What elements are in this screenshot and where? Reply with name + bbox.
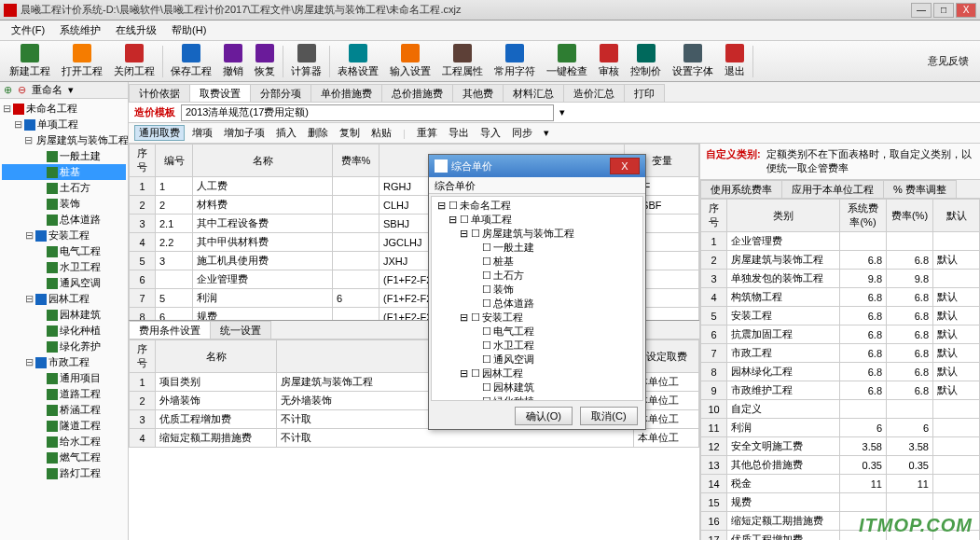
right-tab[interactable]: 使用系统费率: [700, 180, 782, 198]
action-导入[interactable]: 导入: [476, 126, 504, 140]
tree-node[interactable]: 隧道工程: [2, 418, 126, 434]
checkbox-icon[interactable]: ☐: [482, 339, 491, 352]
maximize-button[interactable]: □: [933, 3, 954, 18]
tree-node[interactable]: 路灯工程: [2, 465, 126, 481]
tree-node[interactable]: ⊟安装工程: [2, 228, 126, 243]
tab-其他费[interactable]: 其他费: [452, 84, 504, 102]
tree-node[interactable]: 通风空调: [2, 275, 126, 291]
cell[interactable]: 6.8: [840, 363, 887, 381]
table-row[interactable]: 10自定义: [701, 400, 980, 419]
tree-node[interactable]: ⊟园林工程: [2, 291, 126, 307]
col-header[interactable]: 名称: [156, 340, 277, 373]
cell[interactable]: 6.8: [840, 307, 887, 325]
dialog-tree-node[interactable]: ☐总体道路: [434, 297, 641, 311]
cell[interactable]: 企业管理费: [193, 270, 333, 289]
dialog-titlebar[interactable]: 综合单价 X: [429, 155, 645, 177]
col-header[interactable]: 名称: [193, 145, 333, 177]
cell[interactable]: [333, 308, 380, 322]
cell[interactable]: 6.8: [887, 344, 933, 363]
cell[interactable]: 6.8: [887, 288, 933, 307]
cell[interactable]: 2.2: [156, 233, 193, 252]
cell[interactable]: 默认: [933, 325, 980, 344]
menu-item[interactable]: 在线升级: [108, 21, 164, 39]
table-row[interactable]: 12安全文明施工费3.583.58: [701, 437, 980, 456]
cell[interactable]: 13: [701, 456, 727, 475]
cell[interactable]: 3.58: [840, 437, 887, 456]
dialog-tree-node[interactable]: ⊟☐未命名工程: [434, 199, 641, 213]
dialog-tree-node[interactable]: ⊟☐房屋建筑与装饰工程: [434, 227, 641, 241]
cell[interactable]: 2: [701, 251, 727, 270]
tree-node[interactable]: 园林建筑: [2, 307, 126, 323]
checkbox-icon[interactable]: ☐: [471, 312, 480, 324]
action-同步[interactable]: 同步: [508, 126, 536, 140]
tab-材料汇总[interactable]: 材料汇总: [503, 84, 564, 102]
tree-node[interactable]: 绿化养护: [2, 339, 126, 354]
cell[interactable]: [933, 475, 980, 493]
col-header[interactable]: 默认: [933, 200, 980, 232]
checkbox-icon[interactable]: ☐: [482, 325, 491, 338]
table-row[interactable]: 7市政工程6.86.8默认: [701, 344, 980, 363]
table-row[interactable]: 5安装工程6.86.8默认: [701, 307, 980, 325]
cell[interactable]: 外墙装饰: [156, 392, 277, 410]
dropdown-icon[interactable]: ▾: [559, 106, 565, 118]
cell[interactable]: 0.35: [887, 456, 933, 475]
cell[interactable]: 6.8: [887, 251, 933, 270]
tool-输入设置[interactable]: 输入设置: [384, 44, 436, 78]
cell[interactable]: 单独发包的装饰工程: [727, 270, 840, 288]
cell[interactable]: 默认: [933, 307, 980, 325]
cell[interactable]: [933, 437, 980, 456]
cell[interactable]: 抗震加固工程: [727, 325, 840, 344]
cell[interactable]: 2.1: [156, 215, 193, 233]
cell[interactable]: 缩短定额工期措施费: [156, 429, 277, 448]
cell[interactable]: 8: [130, 308, 156, 322]
drop-icon[interactable]: ▾: [68, 84, 74, 96]
cell[interactable]: 3: [130, 215, 156, 233]
cell[interactable]: 不计取: [277, 429, 634, 448]
subtab-统一设置[interactable]: 统一设置: [210, 321, 271, 339]
cell[interactable]: [933, 232, 980, 251]
cell[interactable]: 9.8: [840, 270, 887, 288]
cell[interactable]: 11: [840, 475, 887, 493]
col-header[interactable]: 费率(%): [887, 200, 933, 232]
cell[interactable]: [840, 400, 887, 419]
cell[interactable]: 6.8: [887, 363, 933, 381]
cell[interactable]: 其他总价措施费: [727, 456, 840, 475]
cell[interactable]: 1: [701, 232, 727, 251]
tree-node[interactable]: 土石方: [2, 180, 126, 196]
cell[interactable]: 5: [701, 307, 727, 325]
cell[interactable]: 市政维护工程: [727, 381, 840, 400]
cell[interactable]: [887, 232, 933, 251]
tool-表格设置[interactable]: 表格设置: [332, 44, 384, 78]
cell[interactable]: 6: [333, 289, 380, 308]
tree-toggle-icon[interactable]: ⊟: [24, 356, 34, 368]
cell[interactable]: [156, 270, 193, 289]
checkbox-icon[interactable]: ☐: [482, 395, 491, 401]
cell[interactable]: 12: [701, 437, 727, 456]
cell[interactable]: 6: [130, 270, 156, 289]
col-header[interactable]: 序号: [130, 145, 156, 177]
tool-一键检查[interactable]: 一键检查: [541, 44, 593, 78]
checkbox-icon[interactable]: ☐: [482, 284, 491, 296]
cell[interactable]: 6: [156, 308, 193, 322]
tree-node[interactable]: 给水工程: [2, 434, 126, 450]
tab-取费设置[interactable]: 取费设置: [189, 84, 251, 102]
cell[interactable]: 0.35: [840, 456, 887, 475]
cell[interactable]: [933, 456, 980, 475]
tree-toggle-icon[interactable]: ⊟: [460, 228, 469, 240]
col-header[interactable]: 类别: [727, 200, 840, 232]
table-row[interactable]: 11利润66: [701, 419, 980, 437]
rename-button[interactable]: 重命名: [32, 83, 62, 97]
cell[interactable]: 10: [701, 400, 727, 419]
cell[interactable]: [333, 270, 380, 289]
checkbox-icon[interactable]: ☐: [471, 367, 480, 380]
cell[interactable]: 默认: [933, 363, 980, 381]
cell[interactable]: 园林绿化工程: [727, 363, 840, 381]
table-row[interactable]: 15规费: [701, 493, 980, 512]
action-重算[interactable]: 重算: [413, 126, 441, 140]
cell[interactable]: [933, 493, 980, 512]
cell[interactable]: 3: [701, 270, 727, 288]
cell[interactable]: 7: [130, 289, 156, 308]
action-粘贴[interactable]: 粘贴: [367, 126, 395, 140]
cell[interactable]: [840, 232, 887, 251]
cell[interactable]: 默认: [933, 251, 980, 270]
